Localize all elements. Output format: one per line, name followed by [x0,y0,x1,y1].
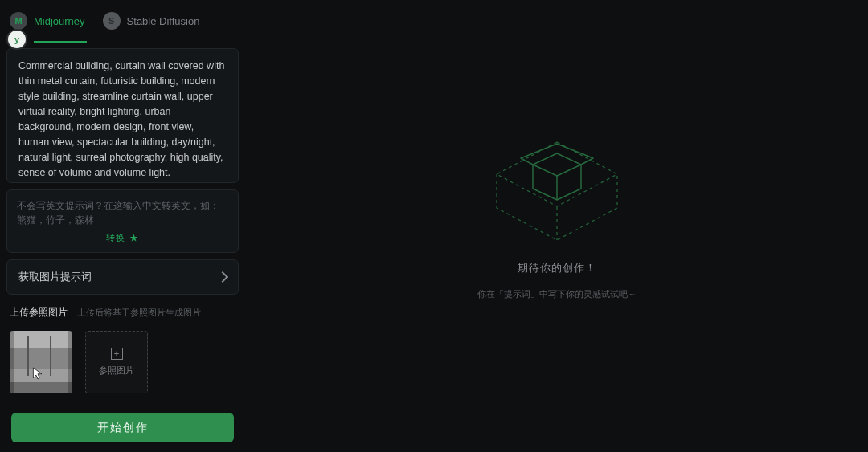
upload-hint: 上传后将基于参照图片生成图片 [77,307,201,319]
upload-header: 上传参照图片 上传后将基于参照图片生成图片 [6,301,239,320]
get-image-prompt-label: 获取图片提示词 [18,270,92,284]
cursor-icon [32,366,43,381]
empty-subtitle: 你在「提示词」中写下你的灵感试试吧～ [477,288,637,300]
tab-stable-diffusion[interactable]: S Stable Diffusion [103,0,200,42]
empty-state: 期待你的创作！ 你在「提示词」中写下你的灵感试试吧～ [473,128,641,300]
translate-input[interactable]: 不会写英文提示词？在这输入中文转英文，如：熊猫，竹子，森林 [17,198,228,227]
translate-button[interactable]: 转换 ★ [17,227,228,244]
empty-box-icon [473,128,641,248]
tab-midjourney-label: Midjourney [34,15,85,27]
stable-diffusion-icon: S [103,12,121,30]
avatar[interactable]: y [6,29,27,50]
get-image-prompt-button[interactable]: 获取图片提示词 [6,259,239,295]
reference-thumbnail[interactable] [10,331,72,393]
start-button[interactable]: 开始创作 [11,413,234,442]
left-panel: M Midjourney S Stable Diffusion y Commer… [0,0,245,452]
chevron-right-icon [217,271,228,283]
model-tabs: M Midjourney S Stable Diffusion [0,0,245,42]
prompt-input[interactable]: Commercial building, curtain wall covere… [6,48,239,183]
tab-sd-label: Stable Diffusion [127,15,200,27]
panel-body: Commercial building, curtain wall covere… [0,42,245,452]
upload-slot[interactable]: + 参照图片 [85,331,148,393]
plus-icon: + [111,348,123,360]
upload-slot-label: 参照图片 [99,364,134,377]
midjourney-icon: M [10,12,27,30]
canvas-pane: 期待你的创作！ 你在「提示词」中写下你的灵感试试吧～ [245,0,868,452]
empty-title: 期待你的创作！ [518,261,596,275]
upload-title: 上传参照图片 [10,306,68,320]
upload-row: + 参照图片 [6,326,239,400]
translate-card: 不会写英文提示词？在这输入中文转英文，如：熊猫，竹子，森林 转换 ★ [6,189,239,253]
